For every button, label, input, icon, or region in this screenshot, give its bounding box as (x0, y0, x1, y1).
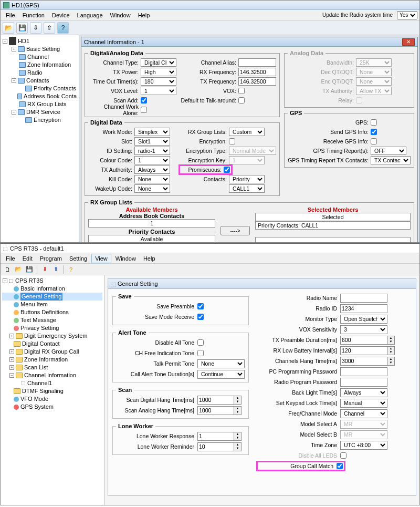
scan-add-checkbox[interactable] (141, 97, 147, 104)
menu2-setting[interactable]: Setting (66, 254, 90, 263)
promiscuous-checkbox[interactable] (224, 167, 230, 173)
new-icon[interactable]: 🗋 (3, 265, 12, 274)
menu-file[interactable]: File (3, 11, 18, 19)
tree-root-hd1[interactable]: −HD1 (2, 37, 77, 45)
tree-basic-setting[interactable]: +Basic Setting (2, 45, 77, 53)
tree2-zone[interactable]: +Zone Information (2, 356, 102, 364)
work-mode-select[interactable]: Simplex (134, 128, 170, 136)
vox-checkbox[interactable] (238, 88, 245, 94)
timeout-select[interactable]: 180 (141, 77, 176, 86)
disable-all-tone-checkbox[interactable] (197, 339, 204, 346)
lw-response-input[interactable] (197, 432, 234, 441)
save-preamble-checkbox[interactable] (197, 303, 204, 309)
rx-low-batt-input[interactable] (340, 346, 387, 355)
save-mode-checkbox[interactable] (197, 314, 204, 320)
write-radio-icon[interactable]: ⇧ (44, 22, 55, 34)
recv-gps-checkbox[interactable] (371, 138, 377, 144)
read-radio-icon[interactable]: ⇩ (30, 22, 41, 34)
tree-dmr-service[interactable]: −DMR Service (2, 108, 77, 116)
radio-id-input[interactable] (340, 304, 387, 313)
vox-sens-select[interactable]: 3 (340, 325, 387, 334)
menu2-help[interactable]: Help (140, 254, 159, 263)
work-alone-checkbox[interactable] (141, 107, 147, 113)
rx-freq-input[interactable] (238, 68, 276, 76)
tree-address-book[interactable]: Address Book Conta (2, 92, 77, 100)
tree2-digital-rx[interactable]: +Digital RX Group Call (2, 348, 102, 356)
tree-radio[interactable]: Radio (2, 69, 77, 77)
monitor-type-select[interactable]: Open Squelch (340, 315, 387, 324)
tree2-general-setting[interactable]: General Setting (2, 293, 102, 301)
tx-auth-select[interactable]: Always (134, 165, 170, 174)
address-book-list[interactable]: 1 (88, 219, 215, 227)
menu2-view[interactable]: View (91, 254, 111, 263)
tree-zone-info[interactable]: Zone Information (2, 61, 77, 69)
tree2-channel1[interactable]: ⬚Channel1 (2, 379, 102, 387)
tree-rx-group-lists[interactable]: RX Group Lists (2, 100, 77, 108)
call-alert-dur-select[interactable]: Continue (197, 370, 245, 379)
radio-password-input[interactable] (340, 378, 387, 387)
channel-type-select[interactable]: Digital CH (141, 58, 176, 67)
tree2-channel-info[interactable]: −Channel Information (2, 371, 102, 379)
tree-encryption[interactable]: Encryption (2, 116, 77, 124)
menu2-window[interactable]: Window (112, 254, 139, 263)
tree2-digit-emergency[interactable]: +Digit Emergency System (2, 332, 102, 340)
tree2-root[interactable]: −⬚CPS RT3S (2, 277, 102, 285)
tree2-digital-contact[interactable]: Digital Contact (2, 340, 102, 348)
tx-freq-input[interactable] (238, 77, 276, 86)
alias-input[interactable] (238, 58, 276, 67)
update-time-select[interactable]: Yes (397, 11, 417, 19)
scan-digital-input[interactable] (197, 396, 234, 405)
priority-contacts-list[interactable]: Available (88, 235, 215, 243)
kill-code-select[interactable]: None (134, 175, 170, 183)
tree2-menu-item[interactable]: Menu Item (2, 301, 102, 308)
selected-list-2[interactable] (255, 237, 411, 243)
slot-select[interactable]: Slot1 (134, 137, 170, 146)
wakeup-code-select[interactable]: None (134, 184, 170, 193)
id-setting-select[interactable]: radio-1 (134, 147, 170, 155)
gps-checkbox[interactable] (371, 119, 377, 126)
tree-contacts[interactable]: −Contacts (2, 77, 77, 85)
encryption-checkbox[interactable] (229, 138, 235, 144)
talk-permit-select[interactable]: None (197, 359, 245, 368)
lw-reminder-input[interactable] (197, 442, 234, 451)
gps-contacts-select[interactable]: TX Contact (371, 156, 411, 164)
menu-window[interactable]: Window (107, 11, 134, 19)
radio-name-input[interactable] (340, 294, 387, 303)
tree-channel[interactable]: Channel (2, 53, 77, 61)
close-button[interactable]: ✕ (402, 38, 415, 46)
add-arrow-button[interactable]: ----> (220, 226, 250, 235)
tree2-gps[interactable]: GPS System (2, 403, 102, 411)
menu-help[interactable]: Help (135, 11, 153, 19)
help2-icon[interactable]: ? (66, 265, 76, 274)
read2-icon[interactable]: ⬇ (40, 265, 49, 274)
contacts-select[interactable]: Priority (229, 175, 265, 183)
tree2-privacy[interactable]: Privacy Setting (2, 324, 102, 332)
tree2-vfo[interactable]: VFO Mode (2, 395, 102, 403)
menu-language[interactable]: Language (74, 11, 106, 19)
keypad-lock-select[interactable]: Manual (340, 399, 387, 408)
selected-list[interactable]: Priority Contacts: CALL1 (255, 221, 411, 230)
pc-password-input[interactable] (340, 367, 387, 376)
tree2-dtmf[interactable]: DTMF Signaling (2, 387, 102, 395)
freq-channel-select[interactable]: Channel (340, 409, 387, 418)
ch-free-checkbox[interactable] (197, 350, 204, 356)
menu2-file[interactable]: File (3, 254, 18, 263)
contacts-sub-select[interactable]: CALL1 (229, 184, 265, 193)
tree2-scan-list[interactable]: +Scan List (2, 364, 102, 371)
menu2-edit[interactable]: Edit (19, 254, 36, 263)
help-icon[interactable]: ? (57, 22, 69, 34)
tx-power-select[interactable]: High (141, 68, 176, 76)
tree2-text-msg[interactable]: Text Message (2, 316, 102, 324)
save-icon[interactable]: 💾 (16, 22, 28, 34)
rx-group-select[interactable]: Custom (229, 128, 265, 136)
tree2-buttons[interactable]: Buttons Definitions (2, 308, 102, 316)
gps-timing-select[interactable]: OFF (371, 147, 406, 155)
menu-function[interactable]: Function (19, 11, 48, 19)
open2-icon[interactable]: 📂 (14, 265, 23, 274)
colour-code-select[interactable]: 1 (134, 156, 170, 164)
tx-preamble-input[interactable] (340, 336, 387, 345)
write2-icon[interactable]: ⬆ (51, 265, 60, 274)
back-light-select[interactable]: Always (340, 388, 387, 397)
tree-priority-contacts[interactable]: Priority Contacts (2, 85, 77, 92)
disable-leds-checkbox[interactable] (340, 452, 346, 459)
